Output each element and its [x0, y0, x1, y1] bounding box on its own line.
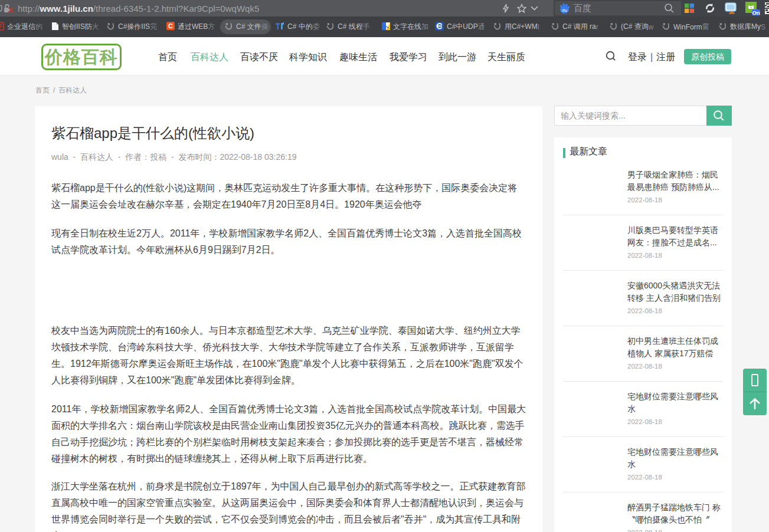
svg-text:du: du: [562, 8, 567, 13]
svg-text:C: C: [168, 22, 173, 29]
svg-text:On: On: [752, 9, 760, 16]
